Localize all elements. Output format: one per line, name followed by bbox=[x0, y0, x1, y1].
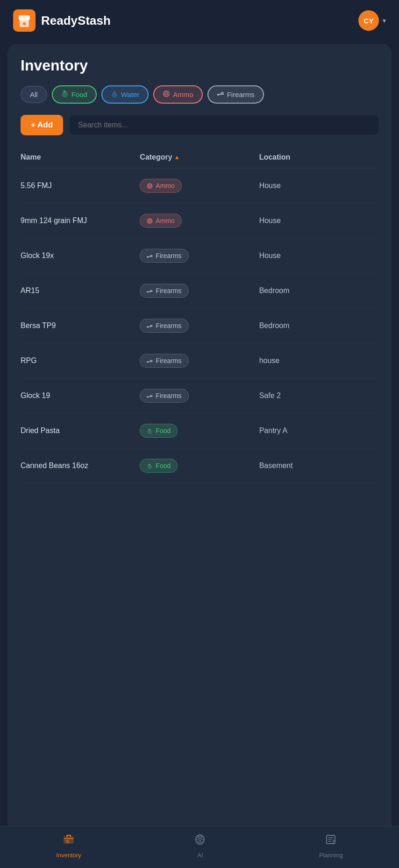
filter-ammo-label: Ammo bbox=[173, 91, 193, 98]
item-category: Firearms bbox=[140, 284, 259, 298]
firearms-icon bbox=[217, 90, 224, 99]
filter-tab-ammo[interactable]: Ammo bbox=[153, 85, 202, 104]
table-header: Name Category ▲ Location bbox=[21, 148, 378, 168]
table-row[interactable]: AR15 Firearms Bedroom bbox=[21, 273, 378, 308]
item-location: Bedroom bbox=[259, 287, 378, 295]
item-category: Food bbox=[140, 459, 259, 473]
item-name: Glock 19x bbox=[21, 252, 140, 260]
add-button[interactable]: + Add bbox=[21, 115, 63, 135]
firearms-badge-icon bbox=[147, 253, 153, 259]
category-badge-firearms: Firearms bbox=[140, 389, 188, 403]
svg-point-5 bbox=[166, 93, 167, 94]
bottom-nav: Inventory AI bbox=[0, 826, 399, 868]
table-row[interactable]: Dried Pasta Food Pantry A bbox=[21, 413, 378, 448]
item-location: Bedroom bbox=[259, 322, 378, 330]
food-badge-icon bbox=[147, 428, 153, 434]
col-name[interactable]: Name bbox=[21, 153, 140, 161]
toolbar: + Add bbox=[21, 115, 378, 135]
ammo-badge-icon bbox=[147, 183, 153, 189]
item-location: House bbox=[259, 252, 378, 260]
chevron-down-icon[interactable]: ▾ bbox=[383, 17, 386, 24]
item-category: Firearms bbox=[140, 249, 259, 263]
category-badge-food: Food bbox=[140, 459, 178, 473]
item-category: Ammo bbox=[140, 214, 259, 228]
col-category[interactable]: Category ▲ bbox=[140, 153, 259, 161]
planning-icon bbox=[324, 833, 337, 849]
filter-water-label: Water bbox=[121, 91, 139, 98]
item-name: Dried Pasta bbox=[21, 427, 140, 435]
svg-point-1 bbox=[23, 22, 26, 25]
category-badge-firearms: Firearms bbox=[140, 354, 188, 368]
search-input[interactable] bbox=[70, 115, 378, 135]
category-badge-firearms: Firearms bbox=[140, 319, 188, 333]
table-row[interactable]: Canned Beans 16oz Food Basement bbox=[21, 448, 378, 483]
header-left: ReadyStash bbox=[13, 9, 111, 32]
ammo-badge-icon bbox=[147, 218, 153, 224]
table-row[interactable]: 9mm 124 grain FMJ Ammo House bbox=[21, 203, 378, 238]
item-location: house bbox=[259, 357, 378, 365]
filter-tabs: All Food Water bbox=[21, 85, 378, 104]
header-right: CY ▾ bbox=[358, 10, 386, 31]
svg-point-12 bbox=[148, 429, 152, 434]
table-row[interactable]: 5.56 FMJ Ammo House bbox=[21, 168, 378, 203]
water-icon bbox=[111, 90, 118, 99]
item-location: House bbox=[259, 217, 378, 225]
item-name: Glock 19 bbox=[21, 392, 140, 400]
filter-tab-all[interactable]: All bbox=[21, 86, 47, 103]
item-name: Bersa TP9 bbox=[21, 322, 140, 330]
nav-ai-label: AI bbox=[197, 852, 203, 859]
header: ReadyStash CY ▾ bbox=[0, 0, 399, 39]
svg-point-11 bbox=[150, 220, 150, 221]
category-badge-ammo: Ammo bbox=[140, 179, 181, 193]
nav-inventory-label: Inventory bbox=[56, 852, 81, 859]
food-icon bbox=[61, 90, 69, 99]
table-row[interactable]: Glock 19x Firearms House bbox=[21, 238, 378, 273]
firearms-badge-icon bbox=[147, 358, 153, 364]
page-title: Inventory bbox=[21, 57, 378, 74]
svg-point-8 bbox=[150, 185, 150, 186]
item-location: Safe 2 bbox=[259, 392, 378, 400]
nav-item-ai[interactable]: AI bbox=[193, 833, 207, 859]
svg-point-16 bbox=[199, 839, 201, 841]
filter-firearms-label: Firearms bbox=[227, 91, 255, 98]
item-name: AR15 bbox=[21, 287, 140, 295]
item-name: 5.56 FMJ bbox=[21, 182, 140, 190]
item-name: Canned Beans 16oz bbox=[21, 462, 140, 470]
item-location: Basement bbox=[259, 462, 378, 470]
item-category: Food bbox=[140, 424, 259, 438]
filter-all-label: All bbox=[30, 91, 38, 98]
col-location[interactable]: Location bbox=[259, 153, 378, 161]
main-card: Inventory All Food Water bbox=[7, 44, 392, 847]
item-category: Firearms bbox=[140, 389, 259, 403]
filter-tab-food[interactable]: Food bbox=[52, 85, 97, 104]
category-badge-food: Food bbox=[140, 424, 178, 438]
avatar[interactable]: CY bbox=[358, 10, 379, 31]
item-category: Ammo bbox=[140, 179, 259, 193]
filter-food-label: Food bbox=[71, 91, 87, 98]
item-name: 9mm 124 grain FMJ bbox=[21, 217, 140, 225]
nav-item-inventory[interactable]: Inventory bbox=[56, 833, 81, 859]
food-badge-icon bbox=[147, 463, 153, 469]
col-name-label: Name bbox=[21, 153, 41, 161]
firearms-badge-icon bbox=[147, 393, 153, 399]
ai-icon bbox=[193, 833, 207, 849]
table-row[interactable]: RPG Firearms house bbox=[21, 343, 378, 378]
svg-point-2 bbox=[62, 91, 68, 97]
table-row[interactable]: Bersa TP9 Firearms Bedroom bbox=[21, 308, 378, 343]
ammo-icon bbox=[163, 90, 170, 99]
nav-item-planning[interactable]: Planning bbox=[319, 833, 343, 859]
inventory-table: Name Category ▲ Location 5.56 FMJ bbox=[21, 148, 378, 483]
item-category: Firearms bbox=[140, 354, 259, 368]
logo-icon bbox=[13, 9, 36, 32]
sort-icon: ▲ bbox=[174, 154, 180, 161]
col-category-label: Category bbox=[140, 153, 172, 161]
nav-planning-label: Planning bbox=[319, 852, 343, 859]
category-badge-firearms: Firearms bbox=[140, 284, 188, 298]
col-location-label: Location bbox=[259, 153, 291, 161]
filter-tab-water[interactable]: Water bbox=[101, 85, 149, 104]
item-location: House bbox=[259, 182, 378, 190]
category-badge-firearms: Firearms bbox=[140, 249, 188, 263]
filter-tab-firearms[interactable]: Firearms bbox=[207, 85, 264, 104]
app-name: ReadyStash bbox=[41, 14, 111, 28]
table-row[interactable]: Glock 19 Firearms Safe 2 bbox=[21, 378, 378, 413]
